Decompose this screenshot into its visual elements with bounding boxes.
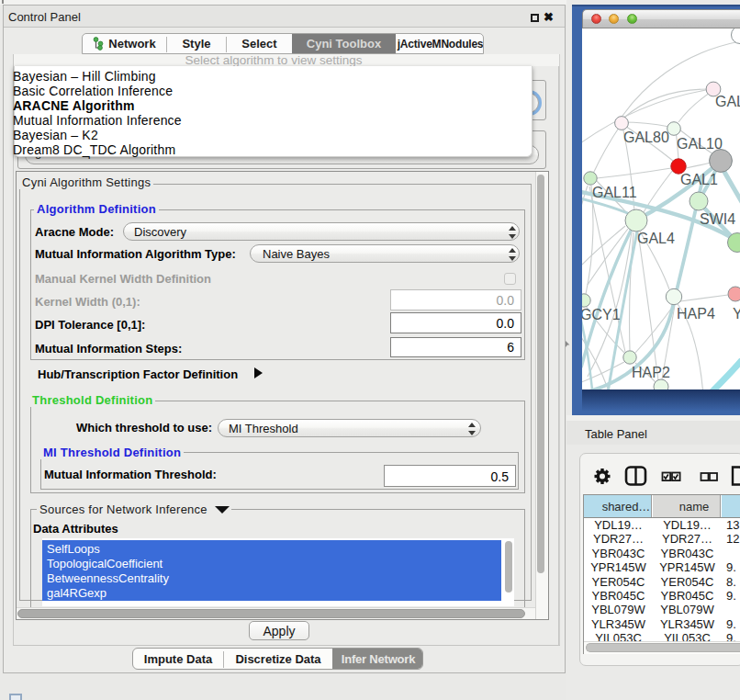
svg-text:Y: Y xyxy=(733,306,740,322)
svg-text:GCY1: GCY1 xyxy=(582,307,621,322)
svg-text:GAL10: GAL10 xyxy=(677,136,723,152)
svg-text:GAL4: GAL4 xyxy=(637,231,675,246)
svg-text:HAP4: HAP4 xyxy=(677,306,715,322)
svg-text:GAL1: GAL1 xyxy=(680,172,718,187)
svg-text:SWI4: SWI4 xyxy=(700,211,735,227)
svg-text:GAL11: GAL11 xyxy=(592,185,637,200)
svg-text:HAP2: HAP2 xyxy=(632,365,670,380)
svg-text:GAL: GAL xyxy=(715,94,740,109)
svg-text:GAL80: GAL80 xyxy=(623,130,669,145)
